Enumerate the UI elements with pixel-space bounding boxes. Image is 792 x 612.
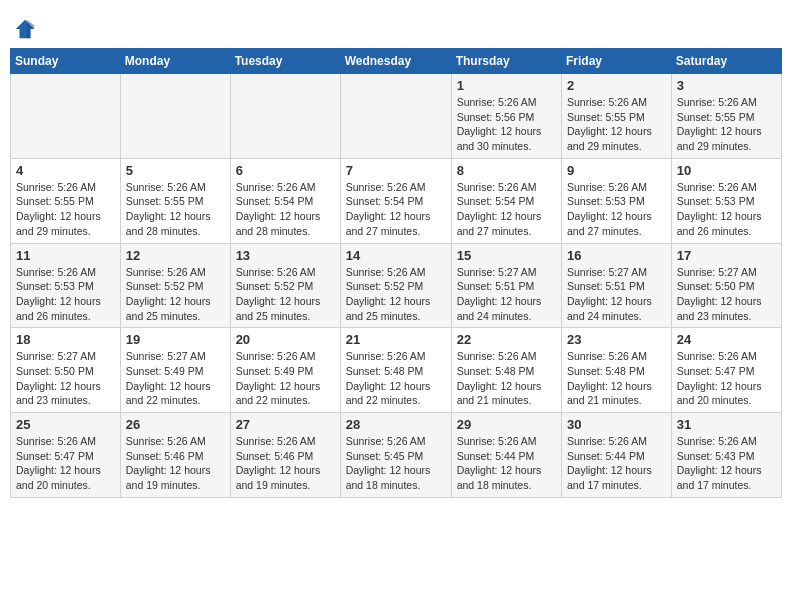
- day-info: Sunrise: 5:26 AM Sunset: 5:48 PM Dayligh…: [346, 349, 446, 408]
- day-info: Sunrise: 5:27 AM Sunset: 5:51 PM Dayligh…: [457, 265, 556, 324]
- calendar-cell: 20Sunrise: 5:26 AM Sunset: 5:49 PM Dayli…: [230, 328, 340, 413]
- weekday-header-thursday: Thursday: [451, 49, 561, 74]
- day-info: Sunrise: 5:27 AM Sunset: 5:49 PM Dayligh…: [126, 349, 225, 408]
- calendar-cell: 11Sunrise: 5:26 AM Sunset: 5:53 PM Dayli…: [11, 243, 121, 328]
- day-number: 4: [16, 163, 115, 178]
- calendar-cell: 10Sunrise: 5:26 AM Sunset: 5:53 PM Dayli…: [671, 158, 781, 243]
- day-number: 14: [346, 248, 446, 263]
- day-info: Sunrise: 5:26 AM Sunset: 5:47 PM Dayligh…: [677, 349, 776, 408]
- calendar-cell: 14Sunrise: 5:26 AM Sunset: 5:52 PM Dayli…: [340, 243, 451, 328]
- calendar-cell: 23Sunrise: 5:26 AM Sunset: 5:48 PM Dayli…: [562, 328, 672, 413]
- calendar-cell: 16Sunrise: 5:27 AM Sunset: 5:51 PM Dayli…: [562, 243, 672, 328]
- day-info: Sunrise: 5:26 AM Sunset: 5:52 PM Dayligh…: [126, 265, 225, 324]
- day-number: 19: [126, 332, 225, 347]
- calendar-cell: 8Sunrise: 5:26 AM Sunset: 5:54 PM Daylig…: [451, 158, 561, 243]
- calendar-cell: [340, 74, 451, 159]
- day-info: Sunrise: 5:26 AM Sunset: 5:54 PM Dayligh…: [236, 180, 335, 239]
- day-info: Sunrise: 5:27 AM Sunset: 5:51 PM Dayligh…: [567, 265, 666, 324]
- day-number: 30: [567, 417, 666, 432]
- calendar-cell: [230, 74, 340, 159]
- calendar-cell: 30Sunrise: 5:26 AM Sunset: 5:44 PM Dayli…: [562, 413, 672, 498]
- calendar-cell: 31Sunrise: 5:26 AM Sunset: 5:43 PM Dayli…: [671, 413, 781, 498]
- day-info: Sunrise: 5:26 AM Sunset: 5:43 PM Dayligh…: [677, 434, 776, 493]
- day-info: Sunrise: 5:26 AM Sunset: 5:44 PM Dayligh…: [567, 434, 666, 493]
- weekday-header-monday: Monday: [120, 49, 230, 74]
- day-number: 8: [457, 163, 556, 178]
- day-number: 11: [16, 248, 115, 263]
- day-info: Sunrise: 5:26 AM Sunset: 5:52 PM Dayligh…: [346, 265, 446, 324]
- day-number: 6: [236, 163, 335, 178]
- calendar-cell: 7Sunrise: 5:26 AM Sunset: 5:54 PM Daylig…: [340, 158, 451, 243]
- day-number: 2: [567, 78, 666, 93]
- calendar-cell: 26Sunrise: 5:26 AM Sunset: 5:46 PM Dayli…: [120, 413, 230, 498]
- calendar-cell: 2Sunrise: 5:26 AM Sunset: 5:55 PM Daylig…: [562, 74, 672, 159]
- weekday-header-wednesday: Wednesday: [340, 49, 451, 74]
- day-number: 24: [677, 332, 776, 347]
- calendar-cell: 28Sunrise: 5:26 AM Sunset: 5:45 PM Dayli…: [340, 413, 451, 498]
- weekday-header-sunday: Sunday: [11, 49, 121, 74]
- day-info: Sunrise: 5:26 AM Sunset: 5:46 PM Dayligh…: [236, 434, 335, 493]
- day-info: Sunrise: 5:26 AM Sunset: 5:55 PM Dayligh…: [677, 95, 776, 154]
- day-info: Sunrise: 5:26 AM Sunset: 5:44 PM Dayligh…: [457, 434, 556, 493]
- calendar-cell: 25Sunrise: 5:26 AM Sunset: 5:47 PM Dayli…: [11, 413, 121, 498]
- day-info: Sunrise: 5:26 AM Sunset: 5:52 PM Dayligh…: [236, 265, 335, 324]
- day-number: 23: [567, 332, 666, 347]
- calendar-cell: 29Sunrise: 5:26 AM Sunset: 5:44 PM Dayli…: [451, 413, 561, 498]
- calendar-week-4: 18Sunrise: 5:27 AM Sunset: 5:50 PM Dayli…: [11, 328, 782, 413]
- calendar-cell: 13Sunrise: 5:26 AM Sunset: 5:52 PM Dayli…: [230, 243, 340, 328]
- day-info: Sunrise: 5:27 AM Sunset: 5:50 PM Dayligh…: [16, 349, 115, 408]
- calendar-week-1: 1Sunrise: 5:26 AM Sunset: 5:56 PM Daylig…: [11, 74, 782, 159]
- calendar-week-2: 4Sunrise: 5:26 AM Sunset: 5:55 PM Daylig…: [11, 158, 782, 243]
- calendar-cell: 1Sunrise: 5:26 AM Sunset: 5:56 PM Daylig…: [451, 74, 561, 159]
- day-info: Sunrise: 5:26 AM Sunset: 5:56 PM Dayligh…: [457, 95, 556, 154]
- calendar-cell: 4Sunrise: 5:26 AM Sunset: 5:55 PM Daylig…: [11, 158, 121, 243]
- day-number: 18: [16, 332, 115, 347]
- calendar-cell: 3Sunrise: 5:26 AM Sunset: 5:55 PM Daylig…: [671, 74, 781, 159]
- day-info: Sunrise: 5:26 AM Sunset: 5:53 PM Dayligh…: [677, 180, 776, 239]
- day-number: 15: [457, 248, 556, 263]
- day-info: Sunrise: 5:26 AM Sunset: 5:53 PM Dayligh…: [16, 265, 115, 324]
- weekday-header-tuesday: Tuesday: [230, 49, 340, 74]
- svg-marker-1: [27, 20, 34, 38]
- calendar-cell: [11, 74, 121, 159]
- weekday-header-friday: Friday: [562, 49, 672, 74]
- day-number: 28: [346, 417, 446, 432]
- day-number: 31: [677, 417, 776, 432]
- day-number: 16: [567, 248, 666, 263]
- weekday-header-saturday: Saturday: [671, 49, 781, 74]
- calendar-cell: 17Sunrise: 5:27 AM Sunset: 5:50 PM Dayli…: [671, 243, 781, 328]
- logo-icon: [14, 18, 36, 40]
- day-number: 13: [236, 248, 335, 263]
- day-info: Sunrise: 5:26 AM Sunset: 5:55 PM Dayligh…: [126, 180, 225, 239]
- calendar-cell: 24Sunrise: 5:26 AM Sunset: 5:47 PM Dayli…: [671, 328, 781, 413]
- day-info: Sunrise: 5:26 AM Sunset: 5:55 PM Dayligh…: [16, 180, 115, 239]
- calendar-cell: 27Sunrise: 5:26 AM Sunset: 5:46 PM Dayli…: [230, 413, 340, 498]
- calendar-cell: 6Sunrise: 5:26 AM Sunset: 5:54 PM Daylig…: [230, 158, 340, 243]
- calendar-cell: 5Sunrise: 5:26 AM Sunset: 5:55 PM Daylig…: [120, 158, 230, 243]
- day-info: Sunrise: 5:26 AM Sunset: 5:54 PM Dayligh…: [457, 180, 556, 239]
- day-number: 1: [457, 78, 556, 93]
- calendar-week-3: 11Sunrise: 5:26 AM Sunset: 5:53 PM Dayli…: [11, 243, 782, 328]
- day-number: 25: [16, 417, 115, 432]
- page-header: [10, 10, 782, 44]
- day-info: Sunrise: 5:26 AM Sunset: 5:48 PM Dayligh…: [457, 349, 556, 408]
- day-number: 22: [457, 332, 556, 347]
- day-info: Sunrise: 5:26 AM Sunset: 5:45 PM Dayligh…: [346, 434, 446, 493]
- logo: [14, 18, 40, 40]
- day-number: 9: [567, 163, 666, 178]
- calendar-week-5: 25Sunrise: 5:26 AM Sunset: 5:47 PM Dayli…: [11, 413, 782, 498]
- calendar-cell: 21Sunrise: 5:26 AM Sunset: 5:48 PM Dayli…: [340, 328, 451, 413]
- day-number: 26: [126, 417, 225, 432]
- calendar-cell: 19Sunrise: 5:27 AM Sunset: 5:49 PM Dayli…: [120, 328, 230, 413]
- calendar-cell: 18Sunrise: 5:27 AM Sunset: 5:50 PM Dayli…: [11, 328, 121, 413]
- day-info: Sunrise: 5:26 AM Sunset: 5:46 PM Dayligh…: [126, 434, 225, 493]
- day-info: Sunrise: 5:26 AM Sunset: 5:53 PM Dayligh…: [567, 180, 666, 239]
- day-number: 12: [126, 248, 225, 263]
- day-number: 5: [126, 163, 225, 178]
- day-number: 17: [677, 248, 776, 263]
- calendar-cell: 15Sunrise: 5:27 AM Sunset: 5:51 PM Dayli…: [451, 243, 561, 328]
- day-number: 21: [346, 332, 446, 347]
- day-number: 29: [457, 417, 556, 432]
- day-info: Sunrise: 5:27 AM Sunset: 5:50 PM Dayligh…: [677, 265, 776, 324]
- calendar-cell: 12Sunrise: 5:26 AM Sunset: 5:52 PM Dayli…: [120, 243, 230, 328]
